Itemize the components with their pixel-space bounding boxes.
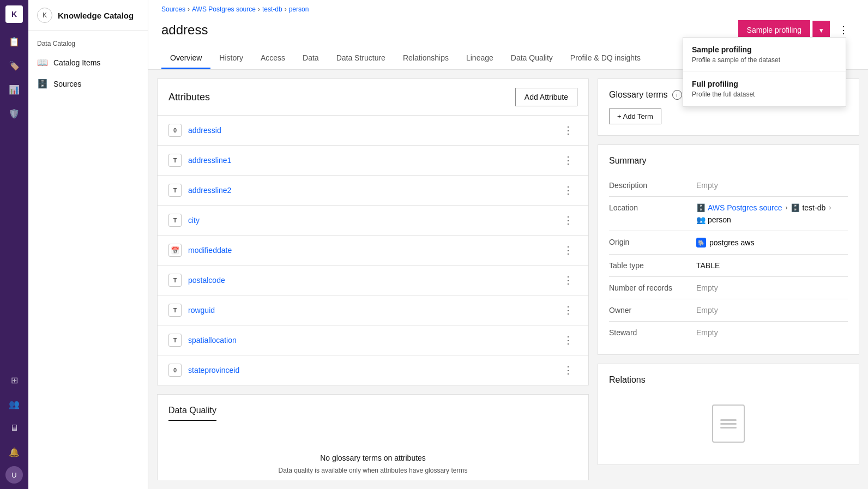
attr-menu-button[interactable]: ⋮ bbox=[559, 212, 577, 228]
dq-empty-state: No glossary terms on attributes Data qua… bbox=[168, 443, 577, 480]
sidebar-icon-tags[interactable]: 🏷️ bbox=[4, 56, 24, 75]
steward-label: Steward bbox=[609, 328, 696, 337]
attr-name-addressline2[interactable]: addressline2 bbox=[188, 186, 552, 195]
back-button[interactable]: K bbox=[37, 8, 52, 23]
location-label: Location bbox=[609, 203, 696, 224]
description-label: Description bbox=[609, 181, 696, 190]
sources-icon: 🗄️ bbox=[37, 79, 48, 89]
owner-value: Empty bbox=[696, 306, 848, 315]
catalog-items-label: Catalog Items bbox=[53, 58, 100, 67]
nav-section-label: Data Catalog bbox=[28, 31, 148, 52]
sidebar-icon-shield[interactable]: 🛡️ bbox=[4, 104, 24, 123]
nav-header: K Knowledge Catalog bbox=[28, 0, 148, 31]
user-avatar[interactable]: U bbox=[5, 466, 23, 484]
attr-name-stateprovinceid[interactable]: stateprovinceid bbox=[188, 366, 552, 375]
dq-empty-desc: Data quality is available only when attr… bbox=[179, 467, 566, 474]
attributes-title: Attributes bbox=[168, 92, 210, 103]
tab-data[interactable]: Data bbox=[294, 48, 328, 69]
glossary-info-icon[interactable]: i bbox=[672, 90, 682, 100]
nav-title: Knowledge Catalog bbox=[58, 11, 134, 20]
tab-access[interactable]: Access bbox=[252, 48, 294, 69]
table-row[interactable]: 0 stateprovinceid ⋮ bbox=[158, 355, 588, 385]
attr-menu-button[interactable]: ⋮ bbox=[559, 332, 577, 348]
breadcrumb-aws[interactable]: AWS Postgres source bbox=[192, 5, 256, 13]
right-panel: Glossary terms i + Add Term Summary Desc… bbox=[598, 79, 859, 480]
table-row[interactable]: T spatiallocation ⋮ bbox=[158, 325, 588, 355]
location-person[interactable]: person bbox=[708, 215, 731, 224]
app-logo[interactable]: K bbox=[5, 5, 23, 23]
records-label: Number of records bbox=[609, 283, 696, 292]
relations-card: Relations bbox=[598, 364, 859, 465]
attr-menu-button[interactable]: ⋮ bbox=[559, 152, 577, 168]
attr-name-addressid[interactable]: addressid bbox=[188, 126, 552, 135]
tab-data-structure[interactable]: Data Structure bbox=[328, 48, 394, 69]
catalog-items-icon: 📖 bbox=[37, 57, 48, 68]
summary-row-tabletype: Table type TABLE bbox=[609, 255, 848, 277]
table-row[interactable]: T addressline1 ⋮ bbox=[158, 145, 588, 175]
attr-name-spatiallocation[interactable]: spatiallocation bbox=[188, 336, 552, 345]
attr-type-icon: T bbox=[168, 304, 182, 317]
nav-item-catalog-items[interactable]: 📖 Catalog Items bbox=[28, 52, 148, 73]
attr-menu-button[interactable]: ⋮ bbox=[559, 242, 577, 258]
tab-lineage[interactable]: Lineage bbox=[457, 48, 502, 69]
description-value: Empty bbox=[696, 181, 848, 190]
attr-name-postalcode[interactable]: postalcode bbox=[188, 276, 552, 285]
nav-item-sources[interactable]: 🗄️ Sources bbox=[28, 73, 148, 94]
breadcrumb-person[interactable]: person bbox=[289, 5, 309, 13]
dropdown-sample-title: Sample profiling bbox=[692, 45, 837, 54]
dq-empty-title: No glossary terms on attributes bbox=[179, 454, 566, 462]
attr-type-icon: T bbox=[168, 184, 182, 197]
attr-menu-button[interactable]: ⋮ bbox=[559, 302, 577, 318]
summary-card: Summary Description Empty Location 🗄️ AW… bbox=[598, 144, 859, 355]
tabletype-label: Table type bbox=[609, 261, 696, 270]
table-row[interactable]: T postalcode ⋮ bbox=[158, 265, 588, 295]
tab-data-quality[interactable]: Data Quality bbox=[502, 48, 562, 69]
table-row[interactable]: 0 addressid ⋮ bbox=[158, 115, 588, 145]
location-testdb[interactable]: test-db bbox=[802, 203, 825, 212]
steward-value: Empty bbox=[696, 328, 848, 337]
sidebar-icon-grid[interactable]: ⊞ bbox=[4, 370, 24, 390]
attr-menu-button[interactable]: ⋮ bbox=[559, 182, 577, 198]
tab-profile-dq[interactable]: Profile & DQ insights bbox=[562, 48, 649, 69]
attr-name-rowguid[interactable]: rowguid bbox=[188, 306, 552, 315]
table-row[interactable]: T city ⋮ bbox=[158, 205, 588, 235]
attributes-header: Attributes Add Attribute bbox=[158, 79, 588, 115]
attr-menu-button[interactable]: ⋮ bbox=[559, 122, 577, 138]
location-aws[interactable]: AWS Postgres source bbox=[708, 203, 782, 212]
sources-label: Sources bbox=[53, 80, 81, 88]
table-row[interactable]: 📅 modifieddate ⋮ bbox=[158, 235, 588, 265]
sidebar-icon-users[interactable]: 👥 bbox=[4, 394, 24, 414]
dropdown-sample-profiling[interactable]: Sample profiling Profile a sample of the… bbox=[683, 38, 846, 72]
sidebar-icon-monitor[interactable]: 🖥 bbox=[4, 418, 24, 438]
origin-value: 🐘 postgres aws bbox=[696, 238, 754, 247]
attr-name-city[interactable]: city bbox=[188, 216, 552, 225]
breadcrumb-sources[interactable]: Sources bbox=[161, 5, 185, 13]
summary-row-steward: Steward Empty bbox=[609, 322, 848, 343]
table-row[interactable]: T rowguid ⋮ bbox=[158, 295, 588, 325]
attr-name-addressline1[interactable]: addressline1 bbox=[188, 156, 552, 165]
breadcrumb: Sources › AWS Postgres source › test-db … bbox=[161, 0, 855, 15]
breadcrumb-testdb[interactable]: test-db bbox=[262, 5, 282, 13]
attr-type-icon: T bbox=[168, 154, 182, 167]
add-term-button[interactable]: + Add Term bbox=[609, 108, 661, 124]
dropdown-full-profiling[interactable]: Full profiling Profile the full dataset bbox=[683, 72, 846, 106]
profiling-dropdown: Sample profiling Profile a sample of the… bbox=[683, 37, 846, 107]
app-sidebar: K 📋 🏷️ 📊 🛡️ ⊞ 👥 🖥 🔔 U bbox=[0, 0, 28, 489]
sidebar-icon-analytics[interactable]: 📊 bbox=[4, 80, 24, 99]
attr-name-modifieddate[interactable]: modifieddate bbox=[188, 246, 552, 255]
tab-relationships[interactable]: Relationships bbox=[394, 48, 457, 69]
owner-label: Owner bbox=[609, 306, 696, 315]
attr-menu-button[interactable]: ⋮ bbox=[559, 272, 577, 288]
sidebar-icon-catalog[interactable]: 📋 bbox=[4, 32, 24, 51]
data-quality-card: Data Quality No glossary terms on attrib… bbox=[157, 394, 589, 480]
tab-history[interactable]: History bbox=[210, 48, 252, 69]
location-chain: 🗄️ AWS Postgres source › 🗄️ test-db › 👥 … bbox=[696, 203, 848, 224]
attr-menu-button[interactable]: ⋮ bbox=[559, 362, 577, 378]
data-quality-section: Data Quality No glossary terms on attrib… bbox=[158, 395, 588, 480]
left-panel: Attributes Add Attribute 0 addressid ⋮ T… bbox=[157, 79, 589, 480]
tab-overview[interactable]: Overview bbox=[161, 48, 210, 69]
table-row[interactable]: T addressline2 ⋮ bbox=[158, 175, 588, 205]
sidebar-icon-bell[interactable]: 🔔 bbox=[4, 442, 24, 462]
attr-type-icon: T bbox=[168, 214, 182, 227]
add-attribute-button[interactable]: Add Attribute bbox=[515, 88, 577, 106]
